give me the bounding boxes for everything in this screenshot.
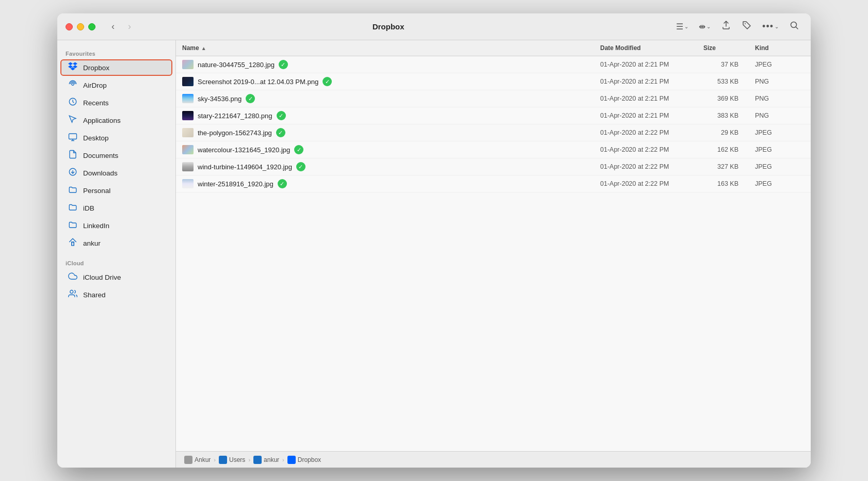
file-date-cell: 01-Apr-2020 at 2:21 PM [594,74,697,89]
breadcrumb-separator: › [282,457,284,463]
file-size-cell: 369 KB [697,91,749,106]
sync-status-icon: ✓ [277,111,286,120]
file-thumbnail [182,128,194,137]
sidebar-item-documents[interactable]: Documents [60,147,172,164]
file-kind-cell: JPEG [749,159,811,174]
sidebar-item-personal[interactable]: Personal [60,182,172,199]
sidebar-item-dropbox[interactable]: Dropbox [60,59,172,76]
file-name-cell: the-polygon-1562743.jpg ✓ [176,124,594,141]
statusbar: Ankur › Users › ankur › Dropbox [176,451,811,468]
svg-rect-5 [69,134,77,139]
table-row[interactable]: Screenshot 2019-0...at 12.04.03 PM.png ✓… [176,73,811,90]
file-list: nature-3044755_1280.jpg ✓ 01-Apr-2020 at… [176,56,811,451]
icloud-label: iCloud [57,256,175,268]
file-kind-cell: JPEG [749,125,811,140]
close-button[interactable] [66,23,73,30]
users-folder-icon [219,456,227,464]
sidebar-item-linkedin[interactable]: LinkedIn [60,217,172,234]
dropbox-icon [68,62,78,73]
breadcrumb-label-users: Users [229,456,245,463]
kind-column-header[interactable]: Kind [749,40,811,56]
search-button[interactable] [786,18,802,35]
file-date-cell: 01-Apr-2020 at 2:21 PM [594,91,697,106]
file-thumbnail [182,162,194,171]
sidebar-item-recents[interactable]: Recents [60,94,172,111]
file-name-cell: watercolour-1321645_1920.jpg ✓ [176,141,594,158]
favourites-label: Favourites [57,46,175,59]
sidebar-item-applications[interactable]: Applications [60,112,172,129]
table-row[interactable]: watercolour-1321645_1920.jpg ✓ 01-Apr-20… [176,141,811,158]
file-name: watercolour-1321645_1920.jpg [198,146,290,154]
tag-button[interactable] [738,18,755,35]
sidebar-item-ankur[interactable]: ankur [60,235,172,251]
breadcrumb-separator: › [248,457,250,463]
sidebar-label-recents: Recents [83,99,109,107]
window-title: Dropbox [104,22,673,31]
table-row[interactable]: wind-turbine-1149604_1920.jpg ✓ 01-Apr-2… [176,158,811,175]
breadcrumb-label-ankur: Ankur [195,456,211,463]
breadcrumb-label-dropbox: Dropbox [298,456,321,463]
file-date-cell: 01-Apr-2020 at 2:22 PM [594,125,697,140]
share-button[interactable] [718,18,734,35]
sidebar-item-shared[interactable]: Shared [60,286,172,303]
sidebar-label-desktop: Desktop [83,134,109,142]
sidebar-item-idb[interactable]: iDB [60,200,172,216]
file-name: the-polygon-1562743.jpg [198,129,272,137]
sync-status-icon: ✓ [279,60,288,69]
more-options-button[interactable]: ••• ⌄ [759,19,782,34]
main-content: Favourites Dropbox [57,40,811,468]
desktop-icon [68,132,78,143]
minimize-button[interactable] [77,23,84,30]
file-name-cell: Screenshot 2019-0...at 12.04.03 PM.png ✓ [176,73,594,90]
more-chevron-icon: ⌄ [775,24,779,29]
sidebar-item-icloud-drive[interactable]: iCloud Drive [60,269,172,285]
sidebar: Favourites Dropbox [57,40,176,468]
file-name: stary-2121647_1280.png [198,112,272,120]
sync-status-icon: ✓ [296,162,306,171]
sidebar-item-downloads[interactable]: Downloads [60,165,172,181]
file-date-cell: 01-Apr-2020 at 2:22 PM [594,159,697,174]
table-row[interactable]: the-polygon-1562743.jpg ✓ 01-Apr-2020 at… [176,124,811,141]
breadcrumb-users[interactable]: Users [219,456,245,464]
sync-status-icon: ✓ [276,128,285,137]
file-name: nature-3044755_1280.jpg [198,61,275,69]
search-icon [789,20,799,33]
sync-status-icon: ✓ [278,179,287,188]
maximize-button[interactable] [88,23,95,30]
file-name: wind-turbine-1149604_1920.jpg [198,163,292,171]
breadcrumb-ankur[interactable]: Ankur [184,456,211,464]
linkedin-folder-icon [68,220,78,231]
file-kind-cell: PNG [749,108,811,123]
list-view-button[interactable]: ☰ ⌄ [673,20,692,34]
documents-icon [68,150,78,161]
ankur-folder-icon [253,456,262,464]
sidebar-label-dropbox: Dropbox [83,64,109,72]
sidebar-item-desktop[interactable]: Desktop [60,130,172,146]
sidebar-label-applications: Applications [83,117,121,124]
column-headers: Name ▲ Date Modified Size Kind [176,40,811,56]
date-column-header[interactable]: Date Modified [594,40,697,56]
table-row[interactable]: nature-3044755_1280.jpg ✓ 01-Apr-2020 at… [176,56,811,73]
traffic-lights [66,23,95,30]
tag-icon [742,20,752,33]
file-size-cell: 327 KB [697,159,749,174]
table-row[interactable]: sky-34536.png ✓ 01-Apr-2020 at 2:21 PM 3… [176,90,811,107]
ankur-drive-icon [184,456,192,464]
name-column-header[interactable]: Name ▲ [176,40,594,56]
grid-view-button[interactable]: ⇼ ⌄ [696,20,714,34]
size-column-header[interactable]: Size [697,40,749,56]
file-kind-cell: JPEG [749,57,811,72]
breadcrumb-dropbox[interactable]: Dropbox [287,456,321,464]
recents-icon [68,97,78,108]
breadcrumb-ankur-folder[interactable]: ankur [253,456,279,464]
file-size-cell: 162 KB [697,142,749,157]
idb-folder-icon [68,202,78,214]
file-date-cell: 01-Apr-2020 at 2:21 PM [594,108,697,123]
share-icon [721,20,731,33]
file-name-cell: wind-turbine-1149604_1920.jpg ✓ [176,158,594,175]
table-row[interactable]: stary-2121647_1280.png ✓ 01-Apr-2020 at … [176,107,811,124]
sidebar-item-airdrop[interactable]: AirDrop [60,77,172,93]
sync-status-icon: ✓ [323,77,332,86]
table-row[interactable]: winter-2518916_1920.jpg ✓ 01-Apr-2020 at… [176,175,811,193]
svg-point-0 [745,23,746,24]
